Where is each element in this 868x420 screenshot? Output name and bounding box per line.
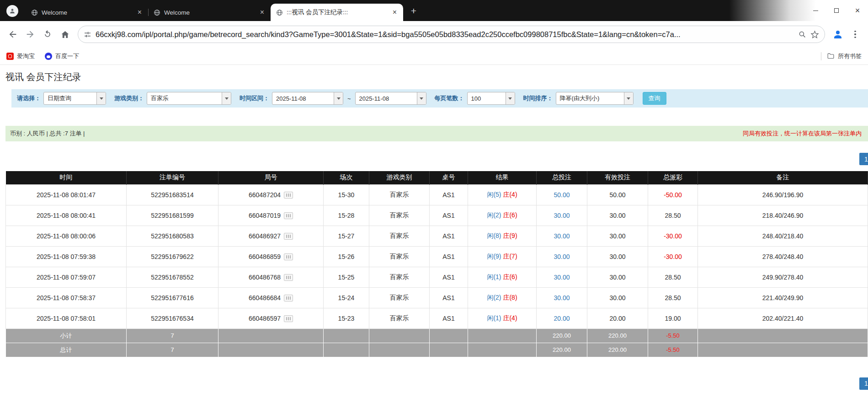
all-bookmarks-button[interactable]: 所有书签: [827, 52, 862, 60]
round-id-value: 660487019: [249, 212, 281, 219]
search-button[interactable]: 查询: [643, 92, 666, 105]
date-range-label: 时间区间：: [240, 94, 269, 102]
cell-time: 2025-11-08 08:00:06: [6, 226, 127, 246]
cell-table-no: AS1: [430, 287, 468, 308]
view-cards-icon[interactable]: [284, 233, 293, 240]
bookmark-baidu[interactable]: 百度一下: [45, 52, 79, 60]
page-size-value: 100: [468, 92, 506, 104]
maximize-button[interactable]: [826, 0, 847, 21]
bookmark-star-icon[interactable]: [810, 30, 819, 39]
chevron-down-icon[interactable]: [222, 92, 231, 104]
tab-close-icon[interactable]: ×: [392, 8, 398, 16]
cell-total-bet: 30.00: [537, 246, 587, 267]
site-settings-icon[interactable]: [84, 31, 91, 38]
page-number-button[interactable]: 1: [859, 377, 868, 390]
cell-round-id: 660486768: [218, 267, 324, 287]
bet-table-header-row: 时间注单编号局号场次游戏类别桌号结果总投注有效投注总派彩备注: [6, 171, 868, 184]
summary-cell: [430, 328, 468, 343]
column-header: 结果: [468, 171, 537, 184]
menu-icon[interactable]: [847, 26, 863, 43]
cell-total-bet: 20.00: [537, 308, 587, 328]
date-to-value: 2025-11-08: [356, 92, 417, 104]
column-header: 备注: [698, 171, 868, 184]
cell-remark: 221.40/249.90: [698, 287, 868, 308]
profile-avatar[interactable]: [6, 5, 18, 17]
browser-tab-2[interactable]: Welcome ×: [148, 4, 271, 21]
cell-result: 闲(9) 庄(7): [468, 246, 537, 267]
cell-valid-bet: 30.00: [587, 267, 648, 287]
query-mode-select[interactable]: 日期查询: [43, 92, 106, 105]
pagination-top: 1: [5, 153, 868, 165]
cell-table-no: AS1: [430, 246, 468, 267]
column-header: 注单编号: [127, 171, 218, 184]
view-cards-icon[interactable]: [284, 315, 293, 322]
cell-bet-id: 522951679622: [127, 246, 218, 267]
date-from-input[interactable]: 2025-11-08: [272, 92, 343, 105]
view-cards-icon[interactable]: [284, 253, 293, 260]
column-header: 总投注: [537, 171, 587, 184]
date-from-value: 2025-11-08: [272, 92, 334, 104]
summary-cell: [218, 328, 324, 343]
round-id-value: 660486859: [249, 253, 281, 260]
cell-bet-id: 522951683514: [127, 184, 218, 205]
page-title: 视讯 会员下注纪录: [5, 70, 868, 83]
cell-result: 闲(2) 庄(6): [468, 205, 537, 226]
cell-remark: 246.90/196.90: [698, 184, 868, 205]
summary-cell: [468, 328, 537, 343]
bet-records-table: 时间注单编号局号场次游戏类别桌号结果总投注有效投注总派彩备注 2025-11-0…: [5, 171, 868, 357]
url-text[interactable]: 66cxkj98.com/ipl/portal.php/game/betreco…: [96, 30, 794, 39]
back-button[interactable]: [5, 26, 21, 43]
date-to-input[interactable]: 2025-11-08: [355, 92, 426, 105]
chevron-down-icon[interactable]: [334, 92, 343, 104]
chevron-down-icon[interactable]: [506, 92, 515, 104]
close-icon: ×: [855, 6, 860, 15]
close-button[interactable]: ×: [847, 0, 868, 21]
browser-tab-active[interactable]: :::视讯 会员下注纪录::: ×: [271, 4, 403, 21]
player-result: 闲(9): [487, 253, 501, 260]
cell-session: 15-30: [324, 184, 369, 205]
bookmark-taobao[interactable]: 爱淘宝: [6, 52, 35, 60]
cell-remark: 218.40/246.90: [698, 205, 868, 226]
tab-close-icon[interactable]: ×: [259, 8, 265, 16]
page-size-select[interactable]: 100: [467, 92, 515, 105]
column-header: 场次: [324, 171, 369, 184]
view-cards-icon[interactable]: [284, 192, 293, 199]
view-cards-icon[interactable]: [284, 295, 293, 302]
view-cards-icon[interactable]: [284, 274, 293, 281]
cell-total-bet: 30.00: [537, 287, 587, 308]
baidu-favicon: [45, 53, 52, 60]
cell-payout: 19.00: [648, 308, 698, 328]
cell-round-id: 660486859: [218, 246, 324, 267]
sort-select[interactable]: 降幂(由大到小): [556, 92, 634, 105]
minimize-button[interactable]: [805, 0, 826, 21]
page-number-button[interactable]: 1: [859, 153, 868, 165]
cell-time: 2025-11-08 07:58:01: [6, 308, 127, 328]
all-bookmarks-label: 所有书签: [838, 52, 862, 60]
sort-value: 降幂(由大到小): [556, 92, 624, 104]
game-type-select[interactable]: 百家乐: [147, 92, 231, 105]
chevron-down-icon[interactable]: [417, 92, 426, 104]
browser-tab-1[interactable]: Welcome ×: [26, 4, 148, 21]
refresh-button[interactable]: [39, 26, 56, 43]
home-button[interactable]: [57, 26, 73, 43]
chevron-down-icon[interactable]: [96, 92, 106, 104]
summary-cell: 7: [127, 343, 218, 357]
cell-table-no: AS1: [430, 308, 468, 328]
profile-icon[interactable]: [830, 26, 846, 43]
cell-bet-id: 522951676534: [127, 308, 218, 328]
browser-toolbar: 66cxkj98.com/ipl/portal.php/game/betreco…: [0, 21, 868, 48]
zoom-icon[interactable]: [798, 30, 806, 38]
column-header: 局号: [218, 171, 324, 184]
cell-table-no: AS1: [430, 205, 468, 226]
cell-result: 闲(5) 庄(4): [468, 184, 537, 205]
cell-time: 2025-11-08 07:59:38: [6, 246, 127, 267]
address-bar[interactable]: 66cxkj98.com/ipl/portal.php/game/betreco…: [78, 26, 825, 43]
cell-total-bet: 50.00: [537, 184, 587, 205]
tab-close-icon[interactable]: ×: [137, 8, 143, 16]
new-tab-button[interactable]: +: [407, 4, 421, 18]
column-header: 时间: [6, 171, 127, 184]
view-cards-icon[interactable]: [284, 212, 293, 219]
forward-button[interactable]: [22, 26, 38, 43]
chevron-down-icon[interactable]: [624, 92, 633, 104]
summary-cell: 总计: [6, 343, 127, 357]
